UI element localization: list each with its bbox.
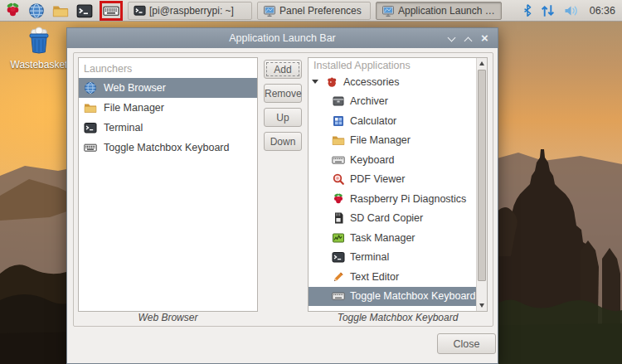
calculator-icon	[332, 114, 345, 128]
keyboard-icon	[332, 289, 345, 303]
app-item-toggle-matchbox-keyboard[interactable]: Toggle Matchbox Keyboard	[309, 287, 478, 307]
launcher-item-label: Toggle Matchbox Keyboard	[104, 142, 229, 153]
app-item-task-manager[interactable]: Task Manager	[309, 228, 478, 248]
keyboard-icon	[84, 141, 97, 154]
up-button[interactable]: Up	[264, 108, 302, 127]
terminal-icon	[332, 250, 345, 264]
remove-button[interactable]: Remove	[264, 84, 302, 103]
launcher-item-file-manager[interactable]: File Manager	[79, 98, 257, 118]
launcher-item-label: File Manager	[104, 102, 164, 114]
tree-item-label: Raspberry Pi Diagnostics	[350, 193, 466, 205]
shade-window-icon[interactable]	[446, 33, 457, 44]
window-button-label: [pi@raspberrypi: ~]	[149, 5, 234, 17]
globe-icon	[84, 81, 97, 95]
app-item-raspberry-pi-diagnostics[interactable]: Raspberry Pi Diagnostics	[309, 189, 478, 209]
terminal-icon	[76, 2, 93, 19]
toggle-matchbox-keyboard-launcher[interactable]	[100, 1, 123, 21]
web-browser-launcher[interactable]	[27, 2, 46, 20]
category-accessories[interactable]: Accessories	[309, 72, 478, 92]
wastebasket-icon	[7, 26, 71, 57]
launcher-item-toggle-matchbox-keyboard[interactable]: Toggle Matchbox Keyboard	[79, 138, 257, 158]
taskbar-window-application-launch-bar[interactable]: Application Launch B...	[376, 2, 502, 20]
window-button-label: Panel Preferences	[279, 5, 362, 17]
pdf-viewer-icon	[332, 172, 345, 186]
text-editor-pencil-icon	[332, 270, 345, 284]
accessories-category-icon	[325, 75, 338, 89]
file-manager-launcher[interactable]	[51, 2, 70, 20]
tree-item-label: Text Editor	[350, 271, 399, 283]
application-launch-bar-dialog: Application Launch Bar Launchers Web Bro…	[66, 27, 498, 364]
launcher-item-label: Web Browser	[104, 82, 166, 94]
add-button[interactable]: Add	[264, 60, 302, 79]
menu-button[interactable]	[2, 2, 22, 20]
bluetooth-icon[interactable]	[522, 3, 532, 17]
close-button[interactable]: Close	[437, 333, 496, 354]
app-item-calculator[interactable]: Calculator	[309, 111, 478, 131]
tree-item-label: Toggle Matchbox Keyboard	[350, 290, 475, 302]
window-button-label: Application Launch B...	[398, 5, 496, 17]
launcher-item-terminal[interactable]: Terminal	[79, 118, 257, 138]
launchers-listbox[interactable]: Launchers Web Browser File Manager Termi…	[78, 57, 258, 312]
monitor-icon	[381, 4, 395, 17]
applications-scrollbar[interactable]	[476, 58, 487, 311]
app-item-sd-card-copier[interactable]: SD Card Copier	[309, 209, 478, 229]
system-tray: 06:36	[522, 3, 622, 17]
content-frame: Launchers Web Browser File Manager Termi…	[73, 52, 493, 327]
down-button[interactable]: Down	[264, 132, 302, 151]
launcher-item-label: Terminal	[104, 122, 143, 133]
installed-applications-header: Installed Applications	[309, 58, 478, 72]
tree-item-label: PDF Viewer	[350, 173, 405, 185]
app-item-archiver[interactable]: Archiver	[309, 92, 478, 112]
app-item-terminal[interactable]: Terminal	[309, 248, 478, 268]
terminal-launcher[interactable]	[75, 2, 95, 20]
terminal-icon	[84, 121, 97, 134]
globe-icon	[28, 2, 45, 19]
clock[interactable]: 06:36	[590, 5, 615, 17]
applications-tree: Installed Applications Accessories Archi…	[309, 58, 478, 312]
scroll-up-icon[interactable]	[477, 58, 487, 69]
tree-item-label: Keyboard	[350, 154, 395, 166]
category-partial-next[interactable]	[309, 306, 478, 312]
close-window-icon[interactable]	[479, 33, 490, 44]
collapse-expander-icon[interactable]	[312, 80, 318, 84]
taskbar-window-terminal[interactable]: [pi@raspberrypi: ~]	[128, 2, 252, 20]
network-arrows-icon[interactable]	[540, 4, 556, 17]
launcher-actions: Add Remove Up Down	[264, 60, 302, 151]
taskbar: [pi@raspberrypi: ~] Panel Preferences Ap…	[0, 0, 622, 22]
monitor-icon	[263, 4, 276, 17]
folder-icon	[84, 101, 97, 114]
app-item-keyboard[interactable]: Keyboard	[309, 150, 478, 170]
task-manager-icon	[332, 231, 345, 245]
wastebasket-desktop-icon[interactable]: Wastebasket	[7, 26, 71, 70]
folder-icon	[332, 133, 345, 147]
launchers-header: Launchers	[79, 58, 257, 78]
scroll-down-icon[interactable]	[477, 300, 487, 311]
app-item-text-editor[interactable]: Text Editor	[309, 267, 478, 287]
dialog-titlebar[interactable]: Application Launch Bar	[67, 28, 498, 48]
folder-icon	[52, 2, 69, 19]
wastebasket-label: Wastebasket	[7, 59, 71, 70]
keyboard-icon	[332, 153, 345, 167]
app-item-file-manager[interactable]: File Manager	[309, 131, 478, 151]
taskbar-window-panel-preferences[interactable]: Panel Preferences	[257, 2, 371, 20]
tree-item-label: Task Manager	[350, 232, 415, 244]
archiver-icon	[332, 95, 345, 108]
volume-icon[interactable]	[563, 4, 581, 17]
raspberry-icon	[332, 192, 345, 206]
applications-caption: Toggle Matchbox Keyboard	[308, 312, 488, 324]
launchers-caption: Web Browser	[78, 312, 258, 324]
tree-item-label: Accessories	[343, 76, 399, 88]
tree-item-label: File Manager	[350, 134, 411, 146]
raspberry-menu-icon	[4, 2, 22, 19]
launcher-item-web-browser[interactable]: Web Browser	[79, 78, 257, 98]
maximize-window-icon[interactable]	[463, 33, 474, 44]
sd-card-icon	[332, 211, 345, 225]
app-item-pdf-viewer[interactable]: PDF Viewer	[309, 170, 478, 190]
scrollbar-thumb[interactable]	[478, 70, 486, 281]
tree-item-label: Terminal	[350, 251, 389, 263]
tree-item-label: Archiver	[350, 95, 388, 107]
tree-item-label: Calculator	[350, 115, 396, 127]
tree-item-label: SD Card Copier	[350, 212, 423, 224]
installed-applications-listbox[interactable]: Installed Applications Accessories Archi…	[308, 57, 488, 312]
keyboard-icon	[103, 2, 119, 19]
